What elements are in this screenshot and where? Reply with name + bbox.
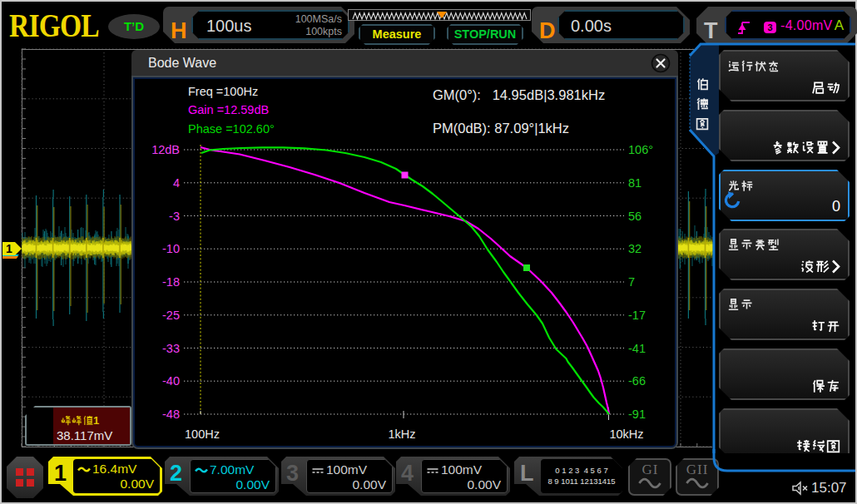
svg-text:106°: 106° bbox=[628, 143, 653, 156]
svg-text:-48: -48 bbox=[162, 408, 180, 421]
svg-text:32: 32 bbox=[628, 242, 642, 255]
svg-text:7: 7 bbox=[628, 275, 635, 289]
svg-text:1kHz: 1kHz bbox=[388, 427, 415, 441]
svg-text:10kHz: 10kHz bbox=[609, 427, 643, 441]
svg-text:-40: -40 bbox=[162, 374, 180, 388]
svg-text:-17: -17 bbox=[628, 309, 646, 322]
svg-text:100Hz: 100Hz bbox=[185, 427, 220, 441]
svg-text:-41: -41 bbox=[628, 342, 646, 355]
svg-text:-66: -66 bbox=[628, 374, 646, 388]
svg-text:12dB: 12dB bbox=[151, 143, 180, 156]
svg-text:4: 4 bbox=[173, 176, 180, 190]
svg-text:-91: -91 bbox=[628, 408, 646, 421]
svg-text:-3: -3 bbox=[169, 210, 180, 223]
svg-text:-25: -25 bbox=[162, 309, 180, 322]
svg-text:-10: -10 bbox=[162, 242, 180, 255]
svg-text:56: 56 bbox=[628, 210, 642, 223]
svg-text:-33: -33 bbox=[162, 342, 180, 355]
svg-text:81: 81 bbox=[628, 176, 642, 190]
svg-text:-18: -18 bbox=[162, 275, 180, 289]
